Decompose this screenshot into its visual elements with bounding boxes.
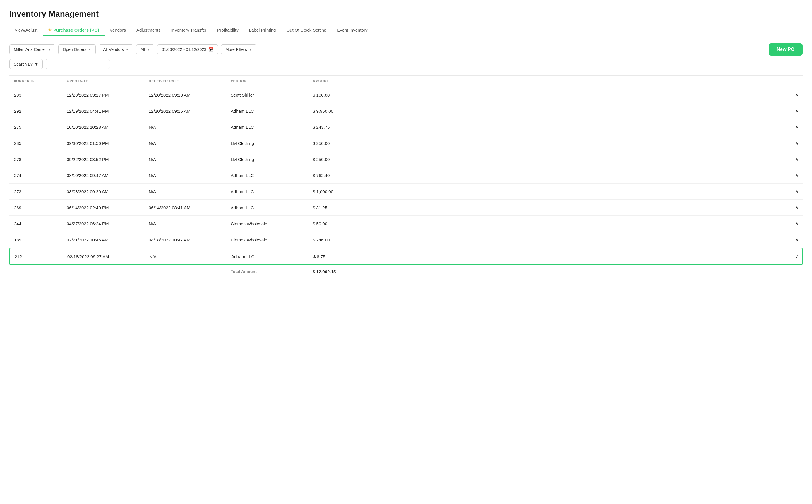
table-row[interactable]: 18902/21/2022 10:45 AM04/08/2022 10:47 A… xyxy=(9,232,803,248)
nav-tab-label-printing[interactable]: Label Printing xyxy=(244,25,281,36)
order-status-label: Open Orders xyxy=(63,47,86,52)
open-date-cell: 10/10/2022 10:28 AM xyxy=(62,125,144,130)
amount-cell: $ 8.75 xyxy=(309,254,790,259)
nav-tab-label: Inventory Transfer xyxy=(171,28,206,32)
vendor-filter[interactable]: All Vendors ▼ xyxy=(99,44,133,54)
open-date-cell: 08/10/2022 09:47 AM xyxy=(62,173,144,178)
order-status-chevron: ▼ xyxy=(88,48,91,51)
more-filters-chevron: ▼ xyxy=(249,48,252,51)
nav-tab-inventory-transfer[interactable]: Inventory Transfer xyxy=(166,25,212,36)
more-filters[interactable]: More Filters ▼ xyxy=(221,44,256,54)
table-row[interactable]: 29212/19/2022 04:41 PM12/20/2022 09:15 A… xyxy=(9,103,803,119)
category-filter-chevron: ▼ xyxy=(147,48,150,51)
expand-row-button[interactable]: ∨ xyxy=(791,221,803,226)
order-id-cell: 212 xyxy=(10,254,63,259)
table-row[interactable]: 27510/10/2022 10:28 AMN/AAdham LLC$ 243.… xyxy=(9,119,803,135)
order-status-filter[interactable]: Open Orders ▼ xyxy=(58,44,96,54)
orders-table: #ORDER IDOPEN DATERECEIVED DATEVENDORAMO… xyxy=(9,75,803,278)
expand-row-button[interactable]: ∨ xyxy=(791,173,803,178)
order-id-cell: 285 xyxy=(9,141,62,146)
received-date-cell: 06/14/2022 08:41 AM xyxy=(144,205,226,210)
order-id-cell: 189 xyxy=(9,237,62,242)
nav-tab-profitability[interactable]: Profitability xyxy=(212,25,244,36)
order-id-cell: 244 xyxy=(9,221,62,226)
header-expand xyxy=(791,79,803,83)
vendor-cell: Clothes Wholesale xyxy=(226,221,308,226)
expand-row-button[interactable]: ∨ xyxy=(790,254,802,259)
received-date-cell: N/A xyxy=(144,221,226,226)
nav-tab-label: Event Inventory xyxy=(337,28,367,32)
total-row: Total Amount $ 12,902.15 xyxy=(9,265,803,278)
header-open-date: OPEN DATE xyxy=(62,79,144,83)
calendar-icon: 📅 xyxy=(209,47,214,52)
amount-cell: $ 246.00 xyxy=(308,237,791,242)
expand-row-button[interactable]: ∨ xyxy=(791,237,803,242)
table-row[interactable]: 27809/22/2022 03:52 PMN/ALM Clothing$ 25… xyxy=(9,151,803,167)
order-id-cell: 278 xyxy=(9,157,62,162)
amount-cell: $ 50.00 xyxy=(308,221,791,226)
total-label: Total Amount xyxy=(226,269,308,274)
expand-row-button[interactable]: ∨ xyxy=(791,92,803,97)
nav-tab-label: Adjustments xyxy=(136,28,161,32)
nav-tab-label: View/Adjust xyxy=(15,28,37,32)
nav-tab-event-inventory[interactable]: Event Inventory xyxy=(332,25,373,36)
search-by-button[interactable]: Search By ▼ xyxy=(9,59,43,69)
location-filter[interactable]: Millan Arts Center ▼ xyxy=(9,44,55,54)
table-row[interactable]: 26906/14/2022 02:40 PM06/14/2022 08:41 A… xyxy=(9,200,803,216)
location-filter-label: Millan Arts Center xyxy=(14,47,46,52)
filters-row: Millan Arts Center ▼ Open Orders ▼ All V… xyxy=(9,43,803,56)
open-date-cell: 06/14/2022 02:40 PM xyxy=(62,205,144,210)
vendor-cell: Adham LLC xyxy=(226,205,308,210)
table-row[interactable]: 28509/30/2022 01:50 PMN/ALM Clothing$ 25… xyxy=(9,135,803,151)
expand-row-button[interactable]: ∨ xyxy=(791,108,803,114)
star-icon: ★ xyxy=(48,28,52,32)
vendor-cell: LM Clothing xyxy=(226,157,308,162)
category-filter[interactable]: All ▼ xyxy=(136,44,154,54)
received-date-cell: 04/08/2022 10:47 AM xyxy=(144,237,226,242)
nav-tab-vendors[interactable]: Vendors xyxy=(105,25,131,36)
expand-row-button[interactable]: ∨ xyxy=(791,157,803,162)
received-date-cell: N/A xyxy=(144,141,226,146)
nav-tab-label: Profitability xyxy=(217,28,238,32)
page-title: Inventory Management xyxy=(9,9,803,19)
search-by-label: Search By xyxy=(14,62,33,66)
amount-cell: $ 9,960.00 xyxy=(308,109,791,114)
amount-cell: $ 762.40 xyxy=(308,173,791,178)
more-filters-label: More Filters xyxy=(225,47,247,52)
expand-row-button[interactable]: ∨ xyxy=(791,189,803,194)
new-po-button[interactable]: New PO xyxy=(769,43,803,56)
table-row[interactable]: 21202/18/2022 09:27 AMN/AAdham LLC$ 8.75… xyxy=(9,248,803,265)
nav-tab-adjustments[interactable]: Adjustments xyxy=(131,25,166,36)
date-range-filter[interactable]: 01/06/2022 - 01/12/2023 📅 xyxy=(157,44,218,54)
nav-tabs: View/Adjust★Purchase Orders (PO)VendorsA… xyxy=(9,25,803,36)
open-date-cell: 09/30/2022 01:50 PM xyxy=(62,141,144,146)
vendor-cell: Adham LLC xyxy=(226,189,308,194)
open-date-cell: 02/21/2022 10:45 AM xyxy=(62,237,144,242)
vendor-cell: Adham LLC xyxy=(226,173,308,178)
table-row[interactable]: 27408/10/2022 09:47 AMN/AAdham LLC$ 762.… xyxy=(9,167,803,184)
vendor-cell: Adham LLC xyxy=(226,109,308,114)
vendor-cell: Clothes Wholesale xyxy=(226,237,308,242)
vendor-filter-label: All Vendors xyxy=(103,47,124,52)
amount-cell: $ 243.75 xyxy=(308,125,791,130)
category-filter-label: All xyxy=(141,47,145,52)
received-date-cell: N/A xyxy=(144,157,226,162)
expand-row-button[interactable]: ∨ xyxy=(791,140,803,146)
expand-row-button[interactable]: ∨ xyxy=(791,205,803,210)
nav-tab-purchase-orders[interactable]: ★Purchase Orders (PO) xyxy=(43,25,105,36)
table-row[interactable]: 24404/27/2022 06:24 PMN/AClothes Wholesa… xyxy=(9,216,803,232)
header-received-date: RECEIVED DATE xyxy=(144,79,226,83)
amount-cell: $ 250.00 xyxy=(308,141,791,146)
order-id-cell: 292 xyxy=(9,109,62,114)
table-row[interactable]: 29312/20/2022 03:17 PM12/20/2022 09:18 A… xyxy=(9,87,803,103)
search-input[interactable] xyxy=(46,59,110,69)
header-order-id: #ORDER ID xyxy=(9,79,62,83)
table-body: 29312/20/2022 03:17 PM12/20/2022 09:18 A… xyxy=(9,87,803,265)
order-id-cell: 269 xyxy=(9,205,62,210)
header-vendor: VENDOR xyxy=(226,79,308,83)
table-row[interactable]: 27308/08/2022 09:20 AMN/AAdham LLC$ 1,00… xyxy=(9,184,803,200)
nav-tab-view-adjust[interactable]: View/Adjust xyxy=(9,25,43,36)
nav-tab-out-of-stock[interactable]: Out Of Stock Setting xyxy=(281,25,332,36)
expand-row-button[interactable]: ∨ xyxy=(791,124,803,130)
amount-cell: $ 31.25 xyxy=(308,205,791,210)
